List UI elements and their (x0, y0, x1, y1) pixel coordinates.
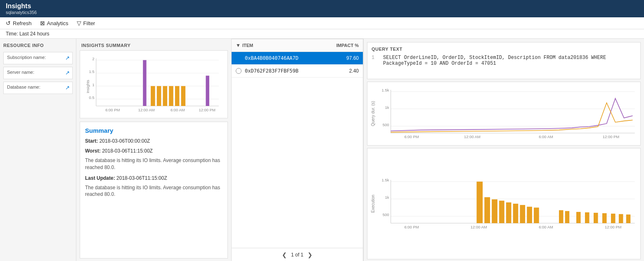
svg-text:6:00 PM: 6:00 PM (404, 134, 419, 139)
query-duration-chart-panel: Query dur. (s) 1.5k 1k 500 (367, 82, 641, 146)
right-panel: QUERY TEXT 1 SELECT OrderLineID, OrderID… (363, 39, 644, 261)
subscription-edit-icon[interactable]: ↗ (65, 55, 70, 61)
query-code: SELECT OrderLineID, OrderID, StockItemID… (383, 55, 636, 66)
item-name: 0xBA4B0B040746AA7D (245, 55, 331, 61)
query-text-header: QUERY TEXT (372, 47, 636, 52)
analytics-label: Analytics (47, 20, 69, 26)
time-label: Time: Last 24 hours (6, 31, 50, 37)
query-text-box: QUERY TEXT 1 SELECT OrderLineID, OrderID… (367, 42, 641, 79)
exec-bar (594, 213, 598, 223)
summary-worst-row: Worst: 2018-03-06T11:15:00Z (85, 147, 223, 155)
subscription-name-group: Subscription name: ↗ (3, 52, 73, 64)
exec-bar (484, 197, 490, 223)
item-icon-blue (236, 55, 242, 61)
exec-bar (565, 211, 570, 223)
summary-desc1: The database is hitting its IO limits. A… (85, 157, 223, 171)
items-col-item-header: ITEM (242, 43, 324, 48)
summary-start-label: Start: (85, 138, 98, 144)
server-edit-icon[interactable]: ↗ (65, 70, 70, 76)
filter-button[interactable]: ▽ Filter (77, 20, 95, 26)
svg-text:500: 500 (383, 122, 389, 127)
bar-orange-3 (163, 86, 168, 106)
execution-chart: 1.5k 1k 500 (377, 152, 637, 256)
prev-page-button[interactable]: ❮ (282, 252, 287, 258)
pagination: ❮ 1 of 1 ❯ (232, 248, 363, 261)
summary-box: Summary Start: 2018-03-06T00:00:00Z Wors… (80, 122, 228, 259)
svg-text:12:00 AM: 12:00 AM (138, 108, 155, 112)
server-name-group: Server name: ↗ (3, 67, 73, 79)
svg-text:Insights: Insights (85, 80, 90, 93)
items-header: ▼ ITEM IMPACT % (232, 39, 363, 52)
database-name-group: Database name: ↗ (3, 82, 73, 94)
filter-icon-header: ▼ (236, 42, 241, 48)
analytics-button[interactable]: ⊠ Analytics (40, 20, 69, 26)
items-panel: ▼ ITEM IMPACT % 0xBA4B0B040746AA7D 97.60… (231, 39, 363, 261)
app-subtitle: sqlanalytics356 (6, 10, 638, 15)
item-name: 0xD762F283F7FBF59B (245, 68, 331, 74)
refresh-button[interactable]: ↺ Refresh (6, 20, 32, 26)
server-name-label: Server name: (7, 70, 69, 75)
svg-text:2: 2 (92, 56, 94, 61)
app-title: Insights (6, 2, 638, 10)
svg-text:1: 1 (92, 82, 94, 87)
filter-label: Filter (83, 20, 95, 26)
bar-purple-2 (206, 76, 209, 106)
execution-chart-inner: 1.5k 1k 500 (377, 152, 637, 256)
svg-text:1.5k: 1.5k (382, 88, 389, 92)
subscription-name-label: Subscription name: (7, 55, 69, 60)
left-panel: RESOURCE INFO Subscription name: ↗ Serve… (0, 39, 76, 261)
bar-purple-1 (143, 60, 146, 106)
item-row[interactable]: 0xD762F283F7FBF59B 2.40 (232, 65, 363, 78)
svg-text:12:00 PM: 12:00 PM (603, 134, 620, 139)
svg-text:6:00 PM: 6:00 PM (105, 108, 120, 112)
exec-bar (576, 212, 581, 223)
time-bar: Time: Last 24 hours (0, 29, 644, 39)
exec-bar (527, 207, 532, 223)
svg-text:1.5k: 1.5k (382, 178, 389, 182)
center-panel: INSIGHTS SUMMARY 2 1.5 1 0.5 Insights (76, 39, 231, 261)
database-name-label: Database name: (7, 85, 69, 89)
exec-bar (477, 181, 483, 223)
filter-icon: ▽ (77, 20, 81, 26)
query-duration-chart: 1.5k 1k 500 6:00 PM 12:00 AM (377, 85, 637, 142)
svg-text:6:00 AM: 6:00 AM (539, 225, 553, 229)
item-impact: 97.60 (334, 55, 359, 61)
item-impact: 2.40 (334, 68, 359, 74)
svg-text:12:00 PM: 12:00 PM (199, 108, 215, 112)
query-linenum: 1 (372, 55, 378, 66)
exec-bar (534, 207, 539, 223)
item-icon-gray (236, 68, 242, 74)
next-page-button[interactable]: ❯ (308, 252, 313, 258)
app-header: Insights sqlanalytics356 (0, 0, 644, 17)
svg-text:12:00 AM: 12:00 AM (471, 225, 487, 229)
svg-text:6:00 AM: 6:00 AM (539, 134, 553, 139)
exec-bar (499, 201, 504, 223)
svg-text:6:00 AM: 6:00 AM (170, 108, 185, 112)
exec-bar (585, 212, 590, 223)
page-label: 1 of 1 (291, 252, 303, 258)
summary-start-row: Start: 2018-03-06T00:00:00Z (85, 137, 223, 145)
bar-orange-6 (181, 86, 186, 106)
svg-text:1.5: 1.5 (89, 69, 95, 74)
query-line: 1 SELECT OrderLineID, OrderID, StockItem… (372, 55, 636, 66)
toolbar: ↺ Refresh ⊠ Analytics ▽ Filter (0, 17, 644, 29)
exec-bar (492, 200, 497, 223)
query-duration-y-label: Query dur. (s) (371, 85, 375, 142)
exec-bar (602, 213, 607, 223)
exec-bar (611, 214, 616, 223)
analytics-icon: ⊠ (40, 20, 45, 26)
exec-bar (619, 214, 623, 223)
summary-worst-label: Worst: (85, 148, 101, 154)
exec-bar (513, 204, 519, 223)
item-row[interactable]: 0xBA4B0B040746AA7D 97.60 (232, 52, 363, 65)
summary-title: Summary (85, 127, 223, 134)
svg-text:12:00 PM: 12:00 PM (605, 225, 622, 229)
execution-chart-panel: Execution 1.5k 1k 500 (367, 148, 641, 259)
main-content: RESOURCE INFO Subscription name: ↗ Serve… (0, 39, 644, 261)
exec-bar (506, 202, 511, 223)
svg-text:1k: 1k (385, 105, 389, 110)
svg-text:6:00 PM: 6:00 PM (404, 225, 419, 229)
database-edit-icon[interactable]: ↗ (65, 85, 70, 91)
summary-lastupdate-row: Last Update: 2018-03-06T11:15:00Z (85, 174, 223, 182)
exec-bar (626, 214, 631, 223)
